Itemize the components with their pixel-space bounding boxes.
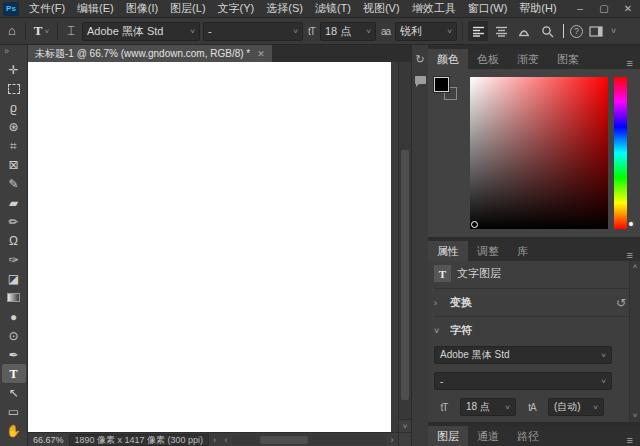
scroll-right-icon[interactable]: › <box>386 435 398 445</box>
tab-paths[interactable]: 路径 <box>508 426 548 446</box>
foreground-color-swatch[interactable] <box>434 77 449 92</box>
clone-stamp-tool[interactable]: Ω <box>2 231 26 250</box>
warp-text-button[interactable] <box>514 21 534 41</box>
quick-selection-tool[interactable]: ⊛ <box>2 117 26 136</box>
tab-gradients[interactable]: 渐变 <box>508 49 548 69</box>
char-font-size-select[interactable]: 18 点 ˅ <box>460 398 516 416</box>
scroll-down-icon[interactable]: ˅ <box>399 419 411 432</box>
history-brush-tool[interactable]: ✑ <box>2 250 26 269</box>
font-size-select[interactable]: 18 点 ˅ <box>320 22 376 41</box>
properties-scrollbar[interactable]: ˄ ˅ <box>629 261 640 422</box>
move-tool[interactable]: ✛ <box>2 60 26 79</box>
frame-tool[interactable]: ⊠ <box>2 155 26 174</box>
menu-item-select[interactable]: 选择(S) <box>260 1 309 16</box>
tab-layers[interactable]: 图层 <box>428 426 468 446</box>
window-controls: – ▢ ✕ <box>568 0 640 17</box>
dodge-tool[interactable]: ⊙ <box>2 326 26 345</box>
eyedropper-tool[interactable]: ✎ <box>2 174 26 193</box>
font-style-select[interactable]: - ˅ <box>203 22 303 41</box>
align-center-button[interactable] <box>491 21 511 41</box>
horizontal-scrollbar-track[interactable] <box>232 435 386 445</box>
gradient-tool[interactable] <box>2 288 26 307</box>
character-section-header[interactable]: ˅ 字符 <box>434 319 640 342</box>
menu-item-filter[interactable]: 滤镜(T) <box>309 1 357 16</box>
type-tool[interactable]: T <box>2 364 26 383</box>
menu-item-window[interactable]: 窗口(W) <box>462 1 514 16</box>
tab-channels[interactable]: 通道 <box>468 426 508 446</box>
scroll-down-icon[interactable]: ˅ <box>630 410 640 422</box>
menu-item-image[interactable]: 图像(I) <box>120 1 164 16</box>
horizontal-scrollbar[interactable]: ‹ › <box>220 433 398 446</box>
lasso-tool[interactable]: ϱ <box>2 98 26 117</box>
menu-item-help[interactable]: 帮助(H) <box>513 1 562 16</box>
workspace-button[interactable] <box>586 21 606 41</box>
vertical-scrollbar-thumb[interactable] <box>401 150 409 400</box>
brush-tool[interactable]: ✏ <box>2 212 26 231</box>
vertical-scrollbar[interactable]: ˅ <box>398 62 411 432</box>
hue-ramp[interactable] <box>614 77 627 229</box>
menu-item-layer[interactable]: 图层(L) <box>164 1 211 16</box>
status-popup-icon[interactable]: › <box>209 435 220 445</box>
zoom-level[interactable]: 66.67% <box>28 435 69 445</box>
anti-alias-select[interactable]: 锐利 ˅ <box>395 22 457 41</box>
eraser-tool[interactable]: ◪ <box>2 269 26 288</box>
search-button[interactable] <box>537 21 557 41</box>
hue-slider[interactable] <box>614 77 634 229</box>
saturation-brightness-field[interactable] <box>470 77 608 229</box>
horizontal-scrollbar-thumb[interactable] <box>260 436 308 444</box>
menu-item-file[interactable]: 文件(F) <box>23 1 71 16</box>
transform-section-header[interactable]: › 变换 ↺ <box>434 291 640 314</box>
reset-icon[interactable]: ↺ <box>616 296 626 310</box>
close-tab-icon[interactable]: ✕ <box>257 49 265 59</box>
tab-libraries[interactable]: 库 <box>508 241 537 261</box>
layers-panel-tabs: 图层通道路径 <box>428 426 548 446</box>
text-orientation-icon[interactable]: ⌶ <box>63 21 79 41</box>
document-tab[interactable]: 未标题-1 @ 66.7% (www.gndown.com, RGB/8) * … <box>28 45 272 62</box>
expand-tools-icon[interactable]: » <box>0 45 27 60</box>
align-left-button[interactable] <box>468 21 488 41</box>
tab-patterns[interactable]: 图案 <box>548 49 588 69</box>
panel-menu-icon[interactable]: ≡ <box>620 434 640 446</box>
help-icon[interactable]: ? <box>570 25 583 38</box>
rectangular-marquee-tool[interactable] <box>2 79 26 98</box>
minimize-button[interactable]: – <box>568 0 592 18</box>
hue-slider-marker[interactable] <box>628 221 634 227</box>
path-selection-tool-icon: ↖ <box>8 387 18 399</box>
spot-healing-brush-tool[interactable]: ▰ <box>2 193 26 212</box>
tab-swatches[interactable]: 色板 <box>468 49 508 69</box>
char-font-style-select[interactable]: - ˅ <box>434 372 612 390</box>
pen-tool[interactable]: ✒ <box>2 345 26 364</box>
tab-adjustments[interactable]: 调整 <box>468 241 508 261</box>
maximize-button[interactable]: ▢ <box>592 0 616 18</box>
chevron-down-icon[interactable]: ˅ <box>609 26 618 36</box>
path-selection-tool[interactable]: ↖ <box>2 383 26 402</box>
blur-tool[interactable]: ● <box>2 307 26 326</box>
properties-scrollbar-track[interactable] <box>630 273 640 410</box>
scroll-left-icon[interactable]: ‹ <box>220 435 232 445</box>
home-icon[interactable]: ⌂ <box>4 21 20 41</box>
color-picker-marker[interactable] <box>471 221 478 228</box>
canvas[interactable] <box>28 62 391 432</box>
crop-tool[interactable]: ⌗ <box>2 136 26 155</box>
blur-tool-icon: ● <box>10 311 17 323</box>
eraser-tool-icon: ◪ <box>8 273 19 285</box>
menu-item-view[interactable]: 视图(V) <box>357 1 406 16</box>
comments-panel-icon[interactable] <box>415 76 426 84</box>
menu-item-edit[interactable]: 编辑(E) <box>71 1 120 16</box>
tab-color[interactable]: 颜色 <box>428 49 468 69</box>
close-button[interactable]: ✕ <box>616 0 640 18</box>
panel-menu-icon[interactable]: ≡ <box>620 249 640 261</box>
menu-item-type[interactable]: 文字(Y) <box>212 1 261 16</box>
hand-tool[interactable]: ✋ <box>2 421 26 440</box>
scroll-up-icon[interactable]: ˄ <box>630 261 640 273</box>
panel-menu-icon[interactable]: ≡ <box>620 57 640 69</box>
menu-item-plugins[interactable]: 增效工具 <box>406 1 462 16</box>
eyedropper-tool-icon: ✎ <box>8 178 18 190</box>
char-font-family-select[interactable]: Adobe 黑体 Std ˅ <box>434 346 612 364</box>
char-leading-select[interactable]: (自动) ˅ <box>548 398 604 416</box>
history-panel-icon[interactable]: ↻ <box>415 53 424 66</box>
rectangle-tool[interactable]: ▭ <box>2 402 26 421</box>
font-family-select[interactable]: Adobe 黑体 Std ˅ <box>82 22 200 41</box>
tab-properties[interactable]: 属性 <box>428 241 468 261</box>
tool-preset-picker[interactable]: T ˅ <box>31 23 52 39</box>
